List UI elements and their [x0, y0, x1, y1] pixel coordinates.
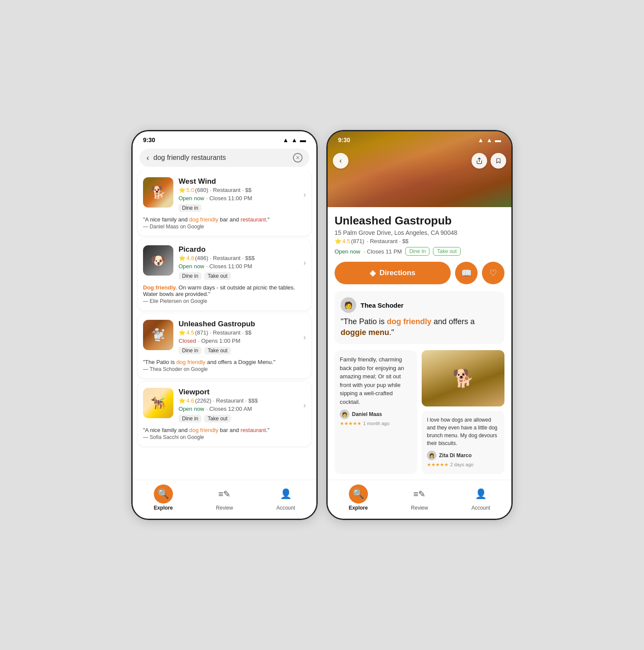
bottom-nav-phone1: 🔍 Explore ≡✎ Review 👤 Account: [133, 480, 316, 519]
viewport-name: Viewport: [179, 388, 298, 396]
viewport-review: "A nice family and dog friendly bar and …: [143, 427, 306, 440]
dog-emoji-4: 🐕‍🦺: [151, 396, 166, 410]
star-icon-2: ⭐: [179, 255, 185, 261]
bookmark-icon: [495, 157, 501, 164]
tag-dine-in-4: Dine in: [179, 415, 202, 422]
explore-label-2: Explore: [349, 505, 368, 511]
status-icons-phone2: ▲ ▲ ▬: [478, 136, 501, 143]
picardo-tags: Dine in Take out: [179, 272, 298, 280]
status-icons-phone1: ▲ ▲ ▬: [283, 136, 306, 143]
account-icon: 👤: [276, 484, 295, 504]
unleashed-rating: ⭐ 4.5 (871): [179, 329, 208, 336]
detail-share-button[interactable]: [472, 153, 487, 169]
time-phone2: 9:30: [338, 136, 350, 143]
status-bar-phone2: 9:30 ▲ ▲ ▬: [328, 131, 511, 145]
search-bar[interactable]: ‹ dog friendly restaurants ✕: [140, 149, 309, 167]
detail-name: Unleashed Gastropub: [335, 214, 504, 228]
dog-emoji-1: 🐕: [151, 185, 166, 200]
result-card-viewport[interactable]: 🐕‍🦺 Viewport ⭐ 4.6 (2262) · Restaurant: [138, 382, 311, 446]
clear-button[interactable]: ✕: [293, 153, 302, 162]
results-list: 🐕 West Wind ⭐ 5.0 (680) · Restaurant · $: [133, 171, 316, 480]
action-buttons-row: ◈ Directions 📖 ♡: [335, 262, 504, 284]
result-card-unleashed[interactable]: 🐩 Unleashed Gastropub ⭐ 4.5 (871) · Rest: [138, 314, 311, 378]
result-card-picardo[interactable]: 🐶 Picardo ⭐ 4.8 (486) · Restaurant · $$$: [138, 239, 311, 310]
viewport-status: Open now · Closes 12:00 AM: [179, 405, 298, 413]
review-stars-2: ★★★★★ 2 days ago: [427, 460, 499, 469]
viewport-arrow[interactable]: ›: [303, 401, 306, 410]
review-icon: ≡✎: [215, 484, 234, 504]
dog-emoji-3: 🐩: [151, 328, 166, 342]
search-input[interactable]: dog friendly restaurants: [153, 154, 289, 162]
review-quote: "The Patio is dog friendly and offers a …: [341, 316, 498, 338]
review-label-2: Review: [411, 505, 428, 511]
tag-take-out-3: Take out: [204, 415, 231, 422]
clear-icon: ✕: [296, 155, 300, 161]
nav-account-phone1[interactable]: 👤 Account: [276, 484, 295, 511]
nav-review-phone1[interactable]: ≡✎ Review: [215, 484, 234, 511]
detail-address: 15 Palm Grove Drive, Los Angeles, CA 900…: [335, 229, 504, 236]
bottom-nav-phone2: 🔍 Explore ≡✎ Review 👤 Account: [328, 480, 511, 519]
explore-icon-2: 🔍: [349, 484, 368, 504]
battery-icon: ▬: [300, 136, 306, 143]
directions-button[interactable]: ◈ Directions: [335, 262, 451, 284]
west-wind-image: 🐕: [143, 177, 173, 208]
status-bar-phone1: 9:30 ▲ ▲ ▬: [133, 131, 316, 145]
picardo-meta: ⭐ 4.8 (486) · Restaurant · $$$: [179, 255, 298, 261]
phone-detail: 9:30 ▲ ▲ ▬ ‹ Unleashed Gastropub 15 Palm…: [326, 130, 513, 520]
share-icon: [476, 157, 483, 164]
detail-tag-take-out: Take out: [433, 247, 460, 256]
nav-explore-phone1[interactable]: 🔍 Explore: [154, 484, 173, 511]
viewport-image: 🐕‍🦺: [143, 388, 173, 418]
nav-account-phone2[interactable]: 👤 Account: [471, 484, 490, 511]
time-phone1: 9:30: [143, 136, 155, 143]
tag-dine-in-3: Dine in: [179, 347, 202, 354]
picardo-rating: ⭐ 4.8 (486): [179, 255, 208, 261]
heart-icon: ♡: [489, 268, 497, 278]
picardo-review: Dog friendly. On warm days - sit outside…: [143, 284, 306, 304]
dog-emoji-2: 🐶: [151, 254, 166, 268]
unleashed-meta: ⭐ 4.5 (871) · Restaurant · $$: [179, 329, 298, 336]
favorite-button[interactable]: ♡: [482, 262, 504, 284]
nav-explore-phone2[interactable]: 🔍 Explore: [349, 484, 368, 511]
featured-review: 🧑 Thea Schoder "The Patio is dog friendl…: [335, 291, 504, 344]
review-author-2: Zita Di Marco: [439, 452, 472, 459]
west-wind-rating: ⭐ 5.0 (680): [179, 187, 208, 193]
directions-icon: ◈: [370, 268, 376, 278]
battery-icon-2: ▬: [495, 136, 501, 143]
menu-icon: 📖: [461, 268, 472, 278]
review-icon-2: ≡✎: [410, 484, 429, 504]
account-icon-2: 👤: [471, 484, 490, 504]
west-wind-arrow[interactable]: ›: [303, 190, 306, 199]
viewport-info: Viewport ⭐ 4.6 (2262) · Restaurant · $$$: [179, 388, 298, 422]
detail-back-button[interactable]: ‹: [333, 153, 348, 169]
tag-take-out-1: Take out: [204, 272, 231, 280]
phone-search-results: 9:30 ▲ ▲ ▬ ‹ dog friendly restaurants ✕: [131, 130, 318, 520]
detail-rating-row: ⭐ 4.5 (871) · Restaurant · $$: [335, 238, 504, 244]
back-button[interactable]: ‹: [146, 153, 149, 162]
wifi-icon-2: ▲: [478, 136, 484, 143]
detail-save-button[interactable]: [491, 153, 506, 169]
unleashed-arrow[interactable]: ›: [303, 333, 306, 342]
viewport-meta: ⭐ 4.6 (2262) · Restaurant · $$$: [179, 397, 298, 404]
viewport-rating: ⭐ 4.6 (2262): [179, 397, 211, 404]
west-wind-author: — Daniel Maas on Google: [143, 224, 306, 230]
review-item-1: Family friendly, charming back patio for…: [335, 350, 417, 474]
star-icon-3: ⭐: [179, 329, 185, 336]
unleashed-info: Unleashed Gastropub ⭐ 4.5 (871) · Restau…: [179, 320, 298, 354]
review-text-2: I love how dogs are allowed and they eve…: [427, 416, 499, 447]
unleashed-tags: Dine in Take out: [179, 347, 298, 354]
review-item-2: I love how dogs are allowed and they eve…: [422, 411, 504, 474]
nav-review-phone2[interactable]: ≡✎ Review: [410, 484, 429, 511]
account-label: Account: [276, 505, 295, 511]
picardo-image: 🐶: [143, 245, 173, 276]
west-wind-name: West Wind: [179, 177, 298, 186]
star-icon-4: ⭐: [179, 397, 185, 404]
result-card-west-wind[interactable]: 🐕 West Wind ⭐ 5.0 (680) · Restaurant · $: [138, 171, 311, 236]
picardo-arrow[interactable]: ›: [303, 258, 306, 267]
tag-take-out-2: Take out: [204, 347, 231, 354]
menu-button[interactable]: 📖: [455, 262, 478, 284]
review-stars-1: ★★★★★ 1 month ago: [340, 419, 412, 428]
explore-label: Explore: [154, 505, 173, 511]
picardo-info: Picardo ⭐ 4.8 (486) · Restaurant · $$$: [179, 245, 298, 280]
reviews-grid: Family friendly, charming back patio for…: [335, 350, 504, 474]
